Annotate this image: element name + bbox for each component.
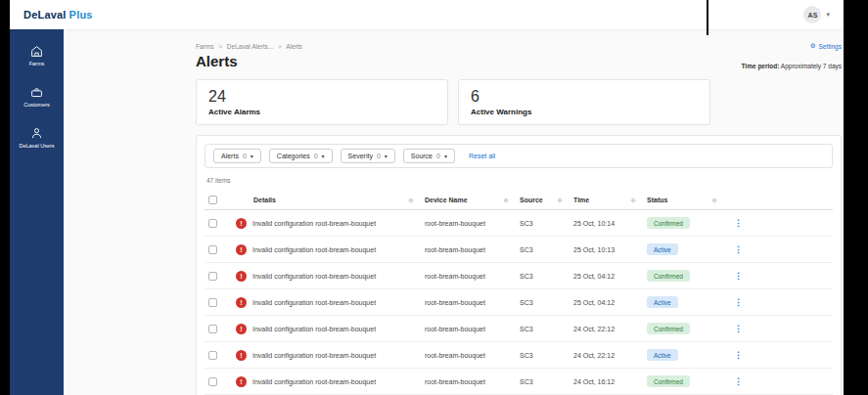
table-row: ! Invalid configuration root-bream-bouqu… <box>205 289 833 316</box>
kebab-menu-icon[interactable]: ⋮ <box>734 298 743 307</box>
sidebar-item-label: DeLaval Users <box>19 143 54 149</box>
breadcrumb-farms[interactable]: Farms <box>196 43 213 50</box>
row-checkbox[interactable] <box>208 377 217 386</box>
settings-link[interactable]: ⚙ Settings <box>810 42 842 50</box>
breadcrumb-delaval-alerts[interactable]: DeLaval Alerts... <box>227 43 273 50</box>
row-checkbox[interactable] <box>208 298 217 307</box>
dropdown-label: Source <box>411 153 433 159</box>
chevron-down-icon: ▾ <box>826 11 830 19</box>
time-period: Time period: Approximately 7 days <box>742 63 842 69</box>
select-all-checkbox[interactable] <box>208 196 217 204</box>
alarm-error-icon: ! <box>236 376 247 387</box>
row-checkbox[interactable] <box>208 245 217 254</box>
row-checkbox[interactable] <box>208 351 217 360</box>
chevron-down-icon: ▾ <box>385 153 388 159</box>
time-period-label: Time period: <box>742 63 780 69</box>
kebab-menu-icon[interactable]: ⋮ <box>734 219 743 228</box>
active-warnings-label: Active Warnings <box>471 108 698 116</box>
alarm-error-icon: ! <box>236 324 247 334</box>
row-checkbox[interactable] <box>208 325 217 333</box>
status-badge: Confirmed <box>647 323 690 334</box>
sidebar-item-label: Customers <box>23 102 50 108</box>
kebab-menu-icon[interactable]: ⋮ <box>734 377 743 386</box>
main-area: Farms > DeLaval Alerts... > Alerts ⚙ Set… <box>64 29 844 395</box>
sort-icon[interactable] <box>711 198 717 203</box>
column-source: Source <box>520 197 543 203</box>
logo-accent: Plus <box>69 9 93 21</box>
app-window: DeLavalPlus AS ▾ Farms Customers <box>10 0 844 395</box>
table-row: ! Invalid configuration root-bream-bouqu… <box>205 369 833 395</box>
chevron-down-icon: ▾ <box>322 153 325 159</box>
status-badge: Active <box>647 243 678 255</box>
row-checkbox[interactable] <box>208 219 217 228</box>
source-filter-dropdown[interactable]: Source 0 ▾ <box>403 149 455 163</box>
status-badge: Active <box>647 349 678 361</box>
sidebar-item-customers[interactable]: Customers <box>23 86 50 108</box>
kebab-menu-icon[interactable]: ⋮ <box>734 272 743 281</box>
time-text: 25 Oct, 10:14 <box>573 220 647 227</box>
page-title: Alerts <box>196 53 238 69</box>
dropdown-label: Severity <box>348 153 373 159</box>
categories-filter-dropdown[interactable]: Categories 0 ▾ <box>269 149 333 163</box>
gear-icon: ⚙ <box>810 42 816 50</box>
avatar[interactable]: AS <box>803 6 821 23</box>
kebab-menu-icon[interactable]: ⋮ <box>734 325 743 333</box>
time-text: 25 Oct, 10:13 <box>573 246 647 253</box>
breadcrumb-alerts: Alerts <box>286 43 302 50</box>
sort-icon[interactable] <box>630 198 636 203</box>
device-name-text: root-bream-bouquet <box>425 326 520 332</box>
severity-filter-dropdown[interactable]: Severity 0 ▾ <box>341 149 395 163</box>
source-text: SC3 <box>520 326 573 332</box>
active-warnings-card: 6 Active Warnings <box>458 79 710 125</box>
column-device-name: Device Name <box>425 197 468 203</box>
column-status: Status <box>647 197 667 203</box>
alarm-error-icon: ! <box>236 297 247 308</box>
dropdown-count: 0 <box>436 153 440 159</box>
device-name-text: root-bream-bouquet <box>425 378 520 385</box>
device-name-text: root-bream-bouquet <box>425 273 520 280</box>
farm-icon <box>30 45 43 58</box>
row-checkbox[interactable] <box>208 272 217 281</box>
dropdown-label: Categories <box>277 153 310 159</box>
app-logo: DeLavalPlus <box>23 9 93 21</box>
source-text: SC3 <box>520 378 573 385</box>
breadcrumb: Farms > DeLaval Alerts... > Alerts <box>196 43 302 50</box>
sidebar-item-delaval-users[interactable]: DeLaval Users <box>19 127 54 149</box>
table-row: ! Invalid configuration root-bream-bouqu… <box>205 237 833 263</box>
device-name-text: root-bream-bouquet <box>425 352 520 359</box>
chevron-down-icon: ▾ <box>251 153 253 159</box>
device-name-text: root-bream-bouquet <box>425 220 520 227</box>
column-time: Time <box>573 197 589 203</box>
table-row: ! Invalid configuration root-bream-bouqu… <box>205 342 833 369</box>
users-icon <box>30 127 43 140</box>
time-text: 24 Oct, 22:12 <box>573 352 647 359</box>
time-text: 25 Oct, 04:12 <box>573 273 647 280</box>
active-alarms-label: Active Alarms <box>208 108 435 116</box>
table-header: Details Device Name Source Time <box>205 191 833 210</box>
alerts-filter-dropdown[interactable]: Alerts 0 ▾ <box>213 149 261 163</box>
alert-details-text: Invalid configuration root-bream-bouquet <box>252 220 376 227</box>
status-badge: Active <box>647 296 678 308</box>
table-body: ! Invalid configuration root-bream-bouqu… <box>205 210 833 395</box>
time-text: 25 Oct, 04:12 <box>573 299 647 306</box>
time-period-value: Approximately 7 days <box>781 63 842 69</box>
sidebar-item-farms[interactable]: Farms <box>29 45 45 66</box>
table-row: ! Invalid configuration root-bream-bouqu… <box>205 210 833 237</box>
source-text: SC3 <box>520 220 573 227</box>
sort-icon[interactable] <box>408 198 414 203</box>
kebab-menu-icon[interactable]: ⋮ <box>734 245 743 254</box>
time-text: 24 Oct, 16:12 <box>573 378 647 385</box>
reset-all-link[interactable]: Reset all <box>469 153 495 159</box>
sort-icon[interactable] <box>557 198 563 203</box>
user-menu[interactable]: AS ▾ <box>803 6 830 23</box>
alarm-error-icon: ! <box>236 350 247 361</box>
alert-details-text: Invalid configuration root-bream-bouquet <box>252 273 376 280</box>
sort-icon[interactable] <box>503 198 509 203</box>
source-text: SC3 <box>520 299 573 306</box>
time-text: 24 Oct, 22:12 <box>573 326 647 332</box>
alert-details-text: Invalid configuration root-bream-bouquet <box>252 378 376 385</box>
kebab-menu-icon[interactable]: ⋮ <box>734 351 743 360</box>
annotation-pointer-line <box>707 0 708 35</box>
breadcrumb-separator: > <box>218 43 222 50</box>
column-details: Details <box>253 197 276 203</box>
